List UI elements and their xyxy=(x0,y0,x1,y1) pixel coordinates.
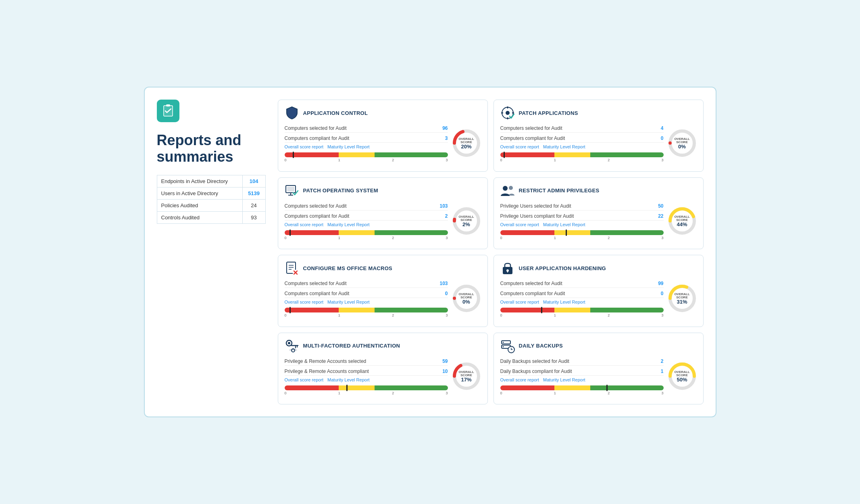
progress-section: 0 1 2 3 xyxy=(285,230,448,240)
label-3: 3 xyxy=(446,236,448,240)
metric-value[interactable]: 4 xyxy=(661,125,664,131)
label-1: 1 xyxy=(338,236,340,240)
card-metrics: Computers selected for Audit 4 Computers… xyxy=(500,124,664,162)
donut-center: OVERALLSCORE 20% xyxy=(458,137,474,149)
logo-section xyxy=(157,100,266,122)
metric-label: Daily Backups selected for Audit xyxy=(500,358,569,364)
donut-center: OVERALLSCORE 44% xyxy=(674,215,689,227)
card-icon-doc-x xyxy=(285,261,299,275)
stat-value[interactable]: 104 xyxy=(242,175,265,187)
progress-labels: 0 1 2 3 xyxy=(500,158,664,162)
audit-card-app-control: APPLICATION CONTROL Computers selected f… xyxy=(278,100,488,172)
donut-container: OVERALLSCORE 31% xyxy=(668,284,697,313)
svg-point-47 xyxy=(502,342,504,343)
report-link[interactable]: Overall score report xyxy=(500,222,539,227)
metric-value[interactable]: 50 xyxy=(658,203,663,209)
metric-row: Daily Backups compliant for Audit 1 xyxy=(500,367,664,376)
label-3: 3 xyxy=(446,158,448,162)
metric-value[interactable]: 22 xyxy=(658,213,663,219)
metric-value[interactable]: 1 xyxy=(661,369,664,374)
label-3: 3 xyxy=(446,313,448,317)
report-link[interactable]: Maturity Level Report xyxy=(543,300,585,304)
card-body: Computers selected for Audit 103 Compute… xyxy=(285,202,481,240)
report-link[interactable]: Maturity Level Report xyxy=(327,377,370,382)
metric-row: Computers selected for Audit 99 xyxy=(500,279,664,288)
report-link[interactable]: Overall score report xyxy=(500,377,539,382)
label-1: 1 xyxy=(338,391,340,395)
progress-section: 0 1 2 3 xyxy=(500,308,664,317)
donut-percentage: 44% xyxy=(674,221,689,227)
stat-value[interactable]: 5139 xyxy=(242,187,265,199)
metric-value[interactable]: 2 xyxy=(661,358,664,364)
progress-marker xyxy=(346,385,348,391)
metric-value[interactable]: 0 xyxy=(661,135,664,141)
metric-value[interactable]: 0 xyxy=(445,291,448,296)
audit-card-patch-os: PATCH OPERATING SYSTEM Computers selecte… xyxy=(278,177,488,250)
progress-bar xyxy=(285,308,448,312)
report-link[interactable]: Maturity Level Report xyxy=(543,377,585,382)
card-icon-shield xyxy=(285,106,299,120)
donut-container: OVERALLSCORE 44% xyxy=(668,206,697,235)
stat-label: Policies Audited xyxy=(157,199,242,211)
report-link[interactable]: Overall score report xyxy=(500,144,539,149)
donut-center: OVERALLSCORE 31% xyxy=(674,293,689,304)
label-3: 3 xyxy=(661,158,663,162)
report-link[interactable]: Maturity Level Report xyxy=(327,222,370,227)
report-link[interactable]: Overall score report xyxy=(285,377,324,382)
donut-container: OVERALLSCORE 17% xyxy=(452,362,481,391)
svg-point-20 xyxy=(509,186,513,190)
card-body: Computers selected for Audit 4 Computers… xyxy=(500,124,697,162)
card-body: Privilege Users selected for Audit 50 Pr… xyxy=(500,202,697,240)
donut-center: OVERALLSCORE 17% xyxy=(458,370,474,382)
report-link[interactable]: Overall score report xyxy=(285,300,324,304)
metric-value[interactable]: 10 xyxy=(442,369,448,374)
metric-value[interactable]: 103 xyxy=(439,203,448,209)
progress-bar xyxy=(285,385,448,390)
report-link[interactable]: Maturity Level Report xyxy=(327,144,370,149)
progress-bar xyxy=(500,152,664,157)
card-icon-key-person xyxy=(285,339,299,353)
card-icon-gear-check xyxy=(500,106,515,120)
progress-bar xyxy=(500,308,664,312)
stat-label: Endpoints in Active Directory xyxy=(157,175,242,187)
progress-labels: 0 1 2 3 xyxy=(285,236,448,240)
metric-row: Privilege Users selected for Audit 50 xyxy=(500,202,664,210)
metric-value[interactable]: 59 xyxy=(442,358,448,364)
svg-point-6 xyxy=(506,111,510,115)
report-link[interactable]: Overall score report xyxy=(285,222,324,227)
metric-value[interactable]: 0 xyxy=(661,291,664,296)
metric-value[interactable]: 3 xyxy=(445,135,448,141)
audit-card-restrict-admin: RESTRICT ADMIN PRIVILEGES Privilege User… xyxy=(494,177,704,250)
logo-icon xyxy=(157,100,179,122)
metric-value[interactable]: 99 xyxy=(658,281,663,286)
label-3: 3 xyxy=(661,391,663,395)
label-1: 1 xyxy=(338,158,340,162)
metric-label: Computers compliant for Audit xyxy=(285,213,350,219)
card-links: Overall score report Maturity Level Repo… xyxy=(500,222,664,227)
label-2: 2 xyxy=(608,236,610,240)
metric-value[interactable]: 103 xyxy=(439,281,448,286)
stat-label: Controls Audited xyxy=(157,211,242,223)
metric-row: Privilege Users compliant for Audit 22 xyxy=(500,212,664,221)
report-link[interactable]: Overall score report xyxy=(500,300,539,304)
report-link[interactable]: Overall score report xyxy=(285,144,324,149)
metric-label: Computers selected for Audit xyxy=(500,125,562,131)
metric-value[interactable]: 2 xyxy=(445,213,448,219)
audit-card-patch-apps: PATCH APPLICATIONS Computers selected fo… xyxy=(494,100,704,172)
report-link[interactable]: Maturity Level Report xyxy=(543,144,585,149)
progress-section: 0 1 2 3 xyxy=(285,152,448,162)
page-title: Reports andsummaries xyxy=(157,132,266,165)
card-links: Overall score report Maturity Level Repo… xyxy=(285,300,448,304)
card-metrics: Computers selected for Audit 103 Compute… xyxy=(285,279,448,317)
label-2: 2 xyxy=(392,236,394,240)
metric-value[interactable]: 96 xyxy=(442,125,448,131)
report-link[interactable]: Maturity Level Report xyxy=(543,222,585,227)
donut-percentage: 0% xyxy=(458,299,474,304)
report-link[interactable]: Maturity Level Report xyxy=(327,300,370,304)
card-header: MULTI-FACTORED AUTHENTICATION xyxy=(285,339,481,353)
main-container: Reports andsummaries Endpoints in Active… xyxy=(144,87,716,417)
progress-marker xyxy=(289,307,291,313)
progress-marker xyxy=(293,152,294,158)
card-links: Overall score report Maturity Level Repo… xyxy=(285,222,448,227)
metric-row: Computers selected for Audit 96 xyxy=(285,124,448,133)
